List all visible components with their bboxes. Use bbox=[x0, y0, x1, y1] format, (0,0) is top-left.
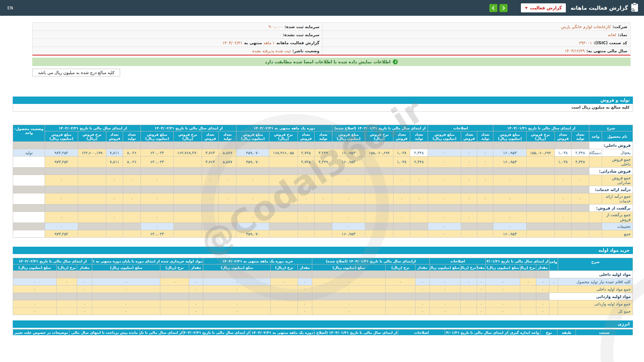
value-cell bbox=[173, 223, 202, 230]
value-cell bbox=[298, 293, 312, 300]
value-cell bbox=[298, 168, 314, 175]
value-cell bbox=[13, 271, 57, 278]
column-header: دوره یک ماهه منتهی به ۱۴۰۴/۰۲/۳۱ bbox=[251, 329, 314, 336]
value-cell bbox=[393, 204, 410, 212]
value-cell bbox=[13, 204, 45, 212]
value-cell: ۱۶۰,۹۵۳ bbox=[332, 149, 365, 157]
report-sections: تولید و فروش کلیه مبالغ به میلیون ریال ا… bbox=[13, 97, 633, 335]
value-cell: ۱۶۰,۹۵۳ bbox=[332, 157, 365, 168]
value-cell: ۰ bbox=[141, 193, 173, 204]
value-cell bbox=[571, 230, 589, 238]
value-cell bbox=[589, 212, 602, 223]
value-cell bbox=[520, 308, 536, 315]
value-cell: ۰ bbox=[461, 278, 477, 286]
value-cell: ۰ bbox=[203, 278, 271, 286]
value-cell: ۰ bbox=[160, 278, 189, 286]
value-cell: ۱,۰۳۸ bbox=[393, 157, 410, 168]
value-cell bbox=[526, 175, 554, 186]
company-label: شرکت: bbox=[612, 24, 627, 29]
value-cell bbox=[141, 186, 173, 193]
previous-report-button[interactable] bbox=[489, 4, 497, 12]
value-cell bbox=[477, 223, 493, 230]
value-cell bbox=[312, 271, 385, 278]
value-cell: ۰ bbox=[415, 300, 430, 308]
value-cell bbox=[486, 271, 520, 278]
page: { "header": { "en_label": "EN", "title":… bbox=[0, 0, 644, 362]
column-subheader: تعداد فروش bbox=[298, 131, 314, 142]
value-cell bbox=[56, 286, 77, 293]
value-cell bbox=[77, 271, 92, 278]
column-subheader: مبلغ فروش (میلیون ریال) bbox=[45, 131, 78, 142]
next-report-button[interactable] bbox=[499, 4, 507, 12]
row-label-cell: کلیه اقلام عمده نیاز تولید محصول bbox=[558, 278, 633, 286]
value-cell bbox=[571, 186, 589, 193]
value-cell bbox=[415, 293, 430, 300]
value-cell bbox=[45, 168, 78, 175]
value-cell bbox=[13, 175, 45, 186]
value-cell bbox=[219, 186, 236, 193]
value-cell: ۰ bbox=[203, 308, 271, 315]
value-cell bbox=[77, 293, 92, 300]
column-header: مانده پیش پرداخت تا انتهای سال مالی bbox=[69, 329, 140, 336]
value-cell: ۱۲۴,۶۰۰,۱۷۹ bbox=[78, 149, 106, 157]
value-cell: ۰ bbox=[236, 175, 269, 186]
value-cell: ۰ bbox=[45, 223, 78, 230]
value-cell: ۰ bbox=[298, 300, 312, 308]
value-cell: ۰ bbox=[189, 308, 203, 315]
category-row: درآمد ارائه خدمات: bbox=[13, 186, 633, 193]
column-subheader: مقدار bbox=[477, 264, 486, 271]
value-cell bbox=[554, 204, 571, 212]
value-cell bbox=[106, 186, 123, 193]
english-language-link[interactable]: EN bbox=[7, 6, 13, 10]
value-cell: ۱۶۸,۴۶۶,۰۵۵ bbox=[269, 149, 298, 157]
value-cell: ۵,۵۷۷ bbox=[219, 149, 236, 157]
column-header: از ابتدای سال مالی تا تاریخ ۱۴۰۴/۰۱/۳۱ bbox=[445, 329, 509, 336]
value-cell bbox=[314, 230, 332, 238]
value-cell: ۰ bbox=[271, 278, 298, 286]
value-cell: ۰ bbox=[415, 278, 430, 286]
value-cell bbox=[269, 193, 298, 204]
value-cell: ۴۵۹,۰۷۰ bbox=[236, 157, 269, 168]
value-cell bbox=[13, 168, 45, 175]
value-cell bbox=[78, 212, 106, 223]
energy-table-wrap: صنعتطبقهنوعواحد اندازه گیریاز ابتدای سال… bbox=[13, 329, 633, 335]
report-type-button[interactable]: گزارش فعالیت bbox=[521, 3, 566, 12]
units-note-box: کلیه مبالغ درج شده به میلیون ریال می باش… bbox=[32, 69, 120, 76]
value-cell bbox=[536, 293, 549, 300]
column-subheader: مبلغ فروش (میلیون ریال) bbox=[236, 131, 269, 142]
value-cell bbox=[554, 186, 571, 193]
value-cell bbox=[477, 293, 486, 300]
value-cell: ۰ bbox=[520, 278, 536, 286]
value-cell bbox=[78, 230, 106, 238]
value-cell: ۰ bbox=[461, 157, 477, 168]
value-cell bbox=[269, 175, 298, 186]
value-cell bbox=[554, 168, 571, 175]
value-cell bbox=[461, 142, 477, 149]
value-cell bbox=[477, 212, 493, 223]
value-cell bbox=[526, 212, 554, 223]
registered-capital-cell: سرمایه ثبت شده: ۹۰۰,۰۰۰ bbox=[33, 23, 322, 31]
company-name-cell: شرکت: کارخانجات لوازم خانگي پارس bbox=[322, 23, 630, 31]
value-cell bbox=[314, 186, 332, 193]
value-cell bbox=[269, 230, 298, 238]
column-subheader: مبلغ (میلیون ریال) bbox=[430, 264, 461, 271]
value-cell bbox=[189, 271, 203, 278]
value-cell: ۰ bbox=[123, 193, 141, 204]
value-cell bbox=[365, 230, 393, 238]
value-cell: ۰ bbox=[92, 278, 160, 286]
value-cell bbox=[123, 142, 141, 149]
column-header: از ابتدای سال مالی تا تاریخ ۱۴۰۴/۰۱/۳۱ (… bbox=[332, 125, 428, 131]
column-header: وضعیت محصول-واحد bbox=[13, 125, 45, 142]
table-row: تخفیفات۰۰۰۰۰۰ bbox=[13, 223, 633, 230]
value-cell bbox=[477, 186, 493, 193]
report-period-cell: گزارش فعالیت ماهانه ۱ ماهه منتهی به ۱۴۰۴… bbox=[33, 39, 322, 47]
value-cell: ۵,۵۷۷ bbox=[219, 157, 236, 168]
column-header: از ابتدای سال مالی تا تاریخ ۱۴۰۴/۰۱/۳۱ (… bbox=[314, 329, 398, 336]
value-cell: ۰ bbox=[219, 175, 236, 186]
value-cell: ۰ bbox=[202, 193, 219, 204]
row-label-cell: جمع کل bbox=[558, 308, 633, 315]
value-cell bbox=[271, 300, 298, 308]
value-cell: ۰ bbox=[393, 212, 410, 223]
column-header: از ابتدای سال مالی تا تاریخ ۱۴۰۴/۰۱/۳۱ bbox=[486, 258, 549, 264]
value-cell bbox=[106, 168, 123, 175]
